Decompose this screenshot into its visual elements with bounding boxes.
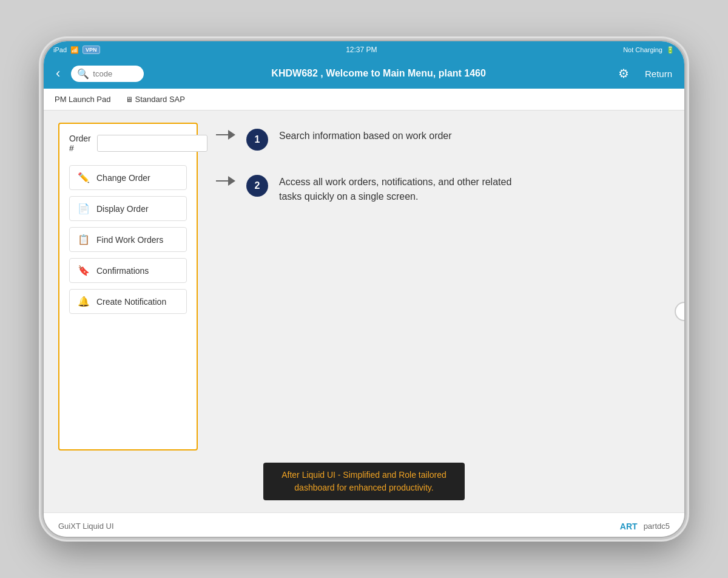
content-area: Order # ✏️ Change Order 📄 Display Order … xyxy=(44,110,684,463)
arrow-head-2 xyxy=(228,176,235,186)
device-label: iPad xyxy=(53,46,67,53)
main-content: Order # ✏️ Change Order 📄 Display Order … xyxy=(44,110,684,512)
settings-icon[interactable]: ⚙ xyxy=(613,64,634,83)
info-row-2: 2 Access all work orders, notifications,… xyxy=(216,175,670,204)
arrow-line-2 xyxy=(216,180,228,182)
menu-item-create-notification[interactable]: 🔔 Create Notification xyxy=(69,289,187,314)
search-input[interactable] xyxy=(93,69,135,78)
find-work-orders-icon: 📋 xyxy=(77,234,90,245)
find-work-orders-label: Find Work Orders xyxy=(96,235,163,245)
vpn-badge: VPN xyxy=(83,46,100,54)
nav-title: KHDW682 , Welcome to Main Menu, plant 14… xyxy=(150,68,607,79)
menu-item-find-work-orders[interactable]: 📋 Find Work Orders xyxy=(69,227,187,252)
info-text-2: Access all work orders, notifications, a… xyxy=(279,175,522,204)
change-order-label: Change Order xyxy=(96,173,150,183)
status-bar-time: 12:37 PM xyxy=(346,46,377,54)
search-box[interactable]: 🔍 xyxy=(71,66,144,82)
bottom-label-text: After Liquid UI - Simplified and Role ta… xyxy=(281,469,447,494)
right-panel: 1 Search information based on work order… xyxy=(216,123,670,450)
return-button[interactable]: Return xyxy=(640,66,677,81)
info-row-1: 1 Search information based on work order xyxy=(216,129,670,151)
battery-icon: 🔋 xyxy=(666,46,675,54)
arrow-1 xyxy=(216,130,235,140)
side-handle xyxy=(675,302,686,321)
bottom-label-wrapper: After Liquid UI - Simplified and Role ta… xyxy=(44,463,684,506)
footer-art: ART xyxy=(620,522,638,531)
wifi-icon: 📶 xyxy=(70,46,79,54)
arrow-head-1 xyxy=(228,130,235,140)
bottom-label: After Liquid UI - Simplified and Role ta… xyxy=(263,463,465,500)
tab-sap-icon: 🖥 xyxy=(126,95,133,104)
device-frame: iPad 📶 VPN 12:37 PM Not Charging 🔋 ‹ 🔍 K… xyxy=(42,40,686,538)
footer-right: ART partdc5 xyxy=(620,522,670,531)
confirmations-icon: 🔖 xyxy=(77,265,90,276)
circle-num-2: 2 xyxy=(246,175,268,197)
tab-pm-label: PM Launch Pad xyxy=(55,95,111,104)
arrow-2 xyxy=(216,176,235,186)
nav-bar: ‹ 🔍 KHDW682 , Welcome to Main Menu, plan… xyxy=(44,58,684,89)
footer: GuiXT Liquid UI ART partdc5 xyxy=(44,512,684,538)
menu-item-display-order[interactable]: 📄 Display Order xyxy=(69,196,187,221)
left-panel: Order # ✏️ Change Order 📄 Display Order … xyxy=(58,123,198,450)
search-icon: 🔍 xyxy=(77,68,89,80)
tab-bar: PM Launch Pad 🖥 Standard SAP xyxy=(44,89,684,110)
tab-sap-label: Standard SAP xyxy=(135,95,185,104)
create-notification-label: Create Notification xyxy=(96,297,166,307)
display-order-label: Display Order xyxy=(96,204,149,214)
circle-num-1: 1 xyxy=(246,129,268,151)
order-label: Order # xyxy=(69,134,91,153)
footer-partdc: partdc5 xyxy=(644,522,670,531)
status-bar-left: iPad 📶 VPN xyxy=(53,46,100,54)
display-order-icon: 📄 xyxy=(77,203,90,214)
change-order-icon: ✏️ xyxy=(77,172,90,183)
tab-standard-sap[interactable]: 🖥 Standard SAP xyxy=(124,91,186,107)
confirmations-label: Confirmations xyxy=(96,266,149,276)
create-notification-icon: 🔔 xyxy=(77,296,90,307)
order-row: Order # xyxy=(69,134,187,159)
menu-item-confirmations[interactable]: 🔖 Confirmations xyxy=(69,258,187,283)
footer-left: GuiXT Liquid UI xyxy=(58,522,114,531)
tab-pm-launch-pad[interactable]: PM Launch Pad xyxy=(53,91,112,107)
back-button[interactable]: ‹ xyxy=(51,63,65,84)
status-bar: iPad 📶 VPN 12:37 PM Not Charging 🔋 xyxy=(44,41,684,58)
order-input[interactable] xyxy=(97,135,207,152)
status-bar-right: Not Charging 🔋 xyxy=(623,46,675,54)
charging-label: Not Charging xyxy=(623,46,662,53)
info-text-1: Search information based on work order xyxy=(279,129,452,143)
menu-item-change-order[interactable]: ✏️ Change Order xyxy=(69,165,187,190)
arrow-line-1 xyxy=(216,134,228,135)
